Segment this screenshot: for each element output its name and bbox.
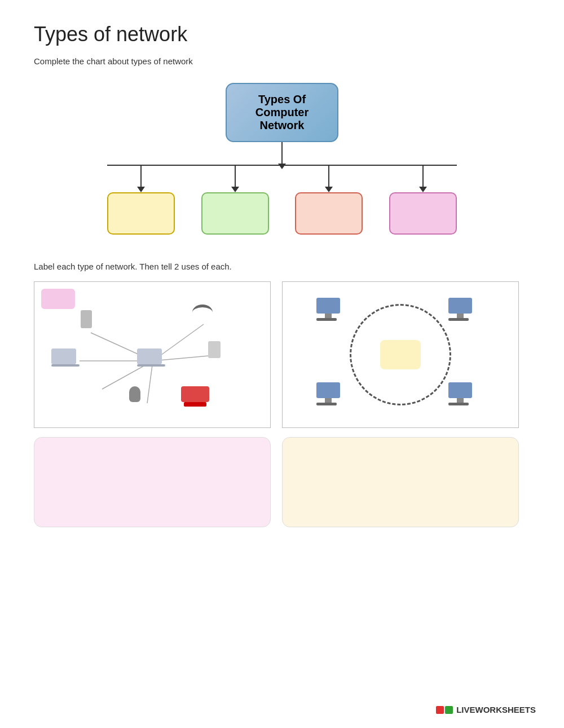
device-laptop-left	[51, 348, 80, 367]
root-label-line1: Types Of Computer	[255, 93, 309, 118]
leaf-box-1[interactable]	[107, 192, 175, 235]
lan-label-tag[interactable]	[380, 340, 421, 369]
leaf-box-4[interactable]	[389, 192, 457, 235]
text-boxes-row	[34, 437, 530, 527]
svg-line-3	[147, 361, 153, 403]
brand-text: LIVEWORKSHEETS	[456, 705, 536, 714]
branch-line-1	[140, 166, 142, 187]
branches-container	[107, 166, 457, 235]
images-row	[34, 281, 530, 428]
device-tablet	[208, 341, 221, 358]
h-bar-area	[107, 165, 457, 235]
instruction-1: Complete the chart about types of networ…	[34, 56, 530, 66]
answer-box-right[interactable]	[282, 437, 519, 527]
branch-3	[295, 166, 363, 235]
logo-box-red	[436, 706, 444, 714]
computer-tl	[316, 298, 340, 321]
device-printer	[181, 386, 209, 407]
device-mouse	[129, 386, 140, 402]
logo-box-green	[445, 706, 453, 714]
page-title: Types of network	[34, 23, 530, 46]
device-headset	[192, 305, 213, 320]
pan-image-box	[34, 281, 271, 428]
root-label-line2: Network	[260, 119, 305, 131]
branch-line-3	[328, 166, 329, 187]
branch-1	[107, 166, 175, 235]
liveworksheets-logo: LIVEWORKSHEETS	[436, 705, 536, 714]
leaf-box-2[interactable]	[201, 192, 269, 235]
branch-line-2	[235, 166, 236, 187]
branch-line-4	[422, 166, 424, 187]
branch-4	[389, 166, 457, 235]
leaf-box-3[interactable]	[295, 192, 363, 235]
logo-boxes	[436, 706, 453, 714]
instruction-2: Label each type of network. Then tell 2 …	[34, 262, 530, 271]
device-phone	[81, 310, 92, 328]
footer: LIVEWORKSHEETS	[436, 705, 536, 714]
device-laptop-center	[137, 348, 165, 367]
computer-bl	[316, 382, 340, 405]
branch-2	[201, 166, 269, 235]
computer-br	[448, 382, 472, 405]
root-connector	[281, 142, 283, 165]
lan-image-box	[282, 281, 519, 428]
flowchart: Types Of Computer Network	[34, 83, 530, 235]
root-node: Types Of Computer Network	[226, 83, 338, 142]
computer-tr	[448, 298, 472, 321]
answer-box-left[interactable]	[34, 437, 271, 527]
